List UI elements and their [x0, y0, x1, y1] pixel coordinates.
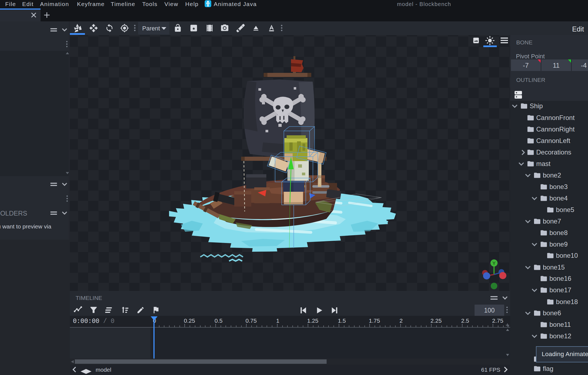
svg-text:Y: Y	[492, 261, 495, 266]
